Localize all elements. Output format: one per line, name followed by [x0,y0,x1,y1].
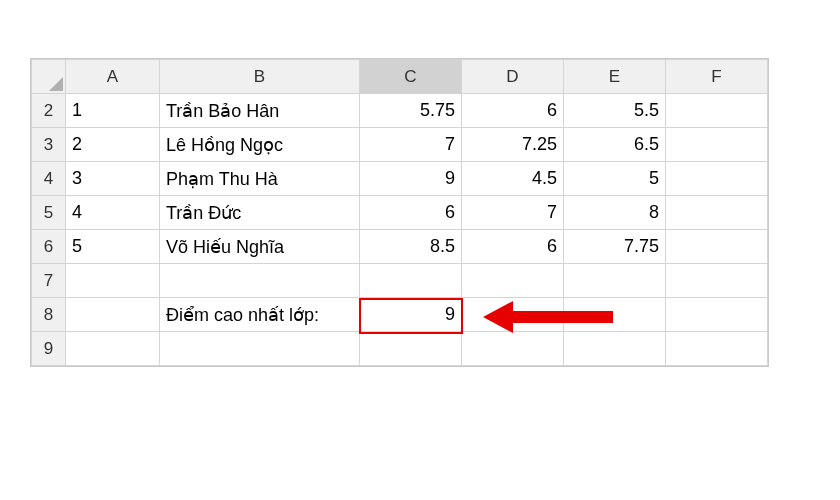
cell-D7[interactable] [462,264,564,298]
cell-C9[interactable] [360,332,462,366]
cell-A4[interactable]: 3 [66,162,160,196]
cell-F2[interactable] [666,94,768,128]
cell-A8[interactable] [66,298,160,332]
col-header-F[interactable]: F [666,60,768,94]
row-header[interactable]: 7 [32,264,66,298]
col-header-B[interactable]: B [160,60,360,94]
cell-A6[interactable]: 5 [66,230,160,264]
cell-B7[interactable] [160,264,360,298]
cell-D5[interactable]: 7 [462,196,564,230]
cell-C2[interactable]: 5.75 [360,94,462,128]
cell-F5[interactable] [666,196,768,230]
cell-D6[interactable]: 6 [462,230,564,264]
col-header-C[interactable]: C [360,60,462,94]
cell-B9[interactable] [160,332,360,366]
cell-B4[interactable]: Phạm Thu Hà [160,162,360,196]
row-header[interactable]: 2 [32,94,66,128]
cell-A2[interactable]: 1 [66,94,160,128]
cell-D9[interactable] [462,332,564,366]
cell-A7[interactable] [66,264,160,298]
cell-A5[interactable]: 4 [66,196,160,230]
cell-B3[interactable]: Lê Hồng Ngọc [160,128,360,162]
cell-A3[interactable]: 2 [66,128,160,162]
cell-C8[interactable]: 9 [360,298,462,332]
col-header-D[interactable]: D [462,60,564,94]
cell-B6[interactable]: Võ Hiếu Nghĩa [160,230,360,264]
cell-F3[interactable] [666,128,768,162]
cell-F4[interactable] [666,162,768,196]
cell-E4[interactable]: 5 [564,162,666,196]
row-header[interactable]: 3 [32,128,66,162]
cell-D8[interactable] [462,298,564,332]
svg-marker-0 [49,77,63,91]
cell-E5[interactable]: 8 [564,196,666,230]
cell-C5[interactable]: 6 [360,196,462,230]
cell-E6[interactable]: 7.75 [564,230,666,264]
cell-A9[interactable] [66,332,160,366]
cell-B5[interactable]: Trần Đức [160,196,360,230]
cell-B2[interactable]: Trần Bảo Hân [160,94,360,128]
cell-E8[interactable] [564,298,666,332]
row-header[interactable]: 8 [32,298,66,332]
row-header[interactable]: 9 [32,332,66,366]
cell-E7[interactable] [564,264,666,298]
row-header[interactable]: 6 [32,230,66,264]
cell-E2[interactable]: 5.5 [564,94,666,128]
cell-F6[interactable] [666,230,768,264]
cell-D3[interactable]: 7.25 [462,128,564,162]
col-header-E[interactable]: E [564,60,666,94]
cell-F8[interactable] [666,298,768,332]
cell-E9[interactable] [564,332,666,366]
cell-F9[interactable] [666,332,768,366]
cell-E3[interactable]: 6.5 [564,128,666,162]
cell-C7[interactable] [360,264,462,298]
cell-C4[interactable]: 9 [360,162,462,196]
cell-D4[interactable]: 4.5 [462,162,564,196]
cell-F7[interactable] [666,264,768,298]
cell-B8[interactable]: Điểm cao nhất lớp: [160,298,360,332]
spreadsheet-grid[interactable]: A B C D E F 2 1 Trần Bảo Hân 5.75 6 5.5 … [30,58,769,367]
cell-D2[interactable]: 6 [462,94,564,128]
select-all-corner[interactable] [32,60,66,94]
row-header[interactable]: 4 [32,162,66,196]
cell-C3[interactable]: 7 [360,128,462,162]
cell-C6[interactable]: 8.5 [360,230,462,264]
row-header[interactable]: 5 [32,196,66,230]
col-header-A[interactable]: A [66,60,160,94]
